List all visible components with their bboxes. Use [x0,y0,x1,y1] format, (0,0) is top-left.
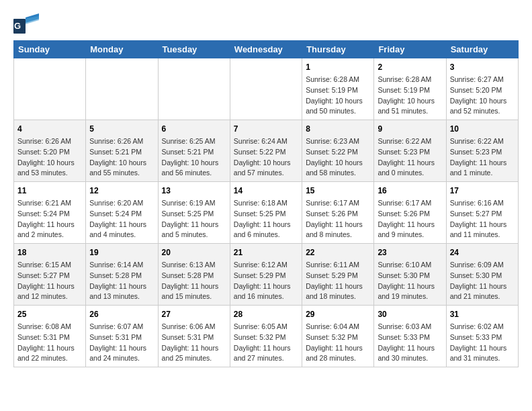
day-info: Sunrise: 6:24 AM Sunset: 5:22 PM Dayligh… [234,136,298,179]
day-info: Sunrise: 6:13 AM Sunset: 5:28 PM Dayligh… [162,260,226,302]
calendar-week-row: 1Sunrise: 6:28 AM Sunset: 5:19 PM Daylig… [14,58,519,120]
day-number: 5 [89,123,154,135]
weekday-header: Monday [86,41,158,58]
calendar-day-cell [230,58,302,120]
calendar-day-cell: 28Sunrise: 6:05 AM Sunset: 5:32 PM Dayli… [230,306,302,367]
calendar-day-cell: 1Sunrise: 6:28 AM Sunset: 5:19 PM Daylig… [302,58,374,120]
weekday-header: Saturday [446,41,518,58]
day-info: Sunrise: 6:22 AM Sunset: 5:23 PM Dayligh… [450,136,515,179]
calendar-day-cell: 22Sunrise: 6:11 AM Sunset: 5:29 PM Dayli… [302,244,374,306]
day-info: Sunrise: 6:27 AM Sunset: 5:20 PM Dayligh… [450,75,515,117]
day-info: Sunrise: 6:04 AM Sunset: 5:32 PM Dayligh… [306,322,370,364]
day-number: 23 [378,246,442,259]
day-number: 31 [450,308,515,320]
weekday-header: Thursday [302,41,374,58]
day-number: 2 [378,61,442,73]
calendar-day-cell: 31Sunrise: 6:02 AM Sunset: 5:33 PM Dayli… [446,306,518,367]
calendar-day-cell: 29Sunrise: 6:04 AM Sunset: 5:32 PM Dayli… [302,306,374,367]
calendar-day-cell: 4Sunrise: 6:26 AM Sunset: 5:20 PM Daylig… [14,120,86,182]
calendar-day-cell: 20Sunrise: 6:13 AM Sunset: 5:28 PM Dayli… [158,244,230,306]
day-info: Sunrise: 6:03 AM Sunset: 5:33 PM Dayligh… [378,322,442,364]
calendar-day-cell: 8Sunrise: 6:23 AM Sunset: 5:22 PM Daylig… [302,120,374,182]
day-number: 28 [234,308,298,320]
day-info: Sunrise: 6:07 AM Sunset: 5:31 PM Dayligh… [89,322,154,364]
calendar-day-cell: 21Sunrise: 6:12 AM Sunset: 5:29 PM Dayli… [230,244,302,306]
calendar-day-cell: 7Sunrise: 6:24 AM Sunset: 5:22 PM Daylig… [230,120,302,182]
day-number: 1 [306,61,370,73]
calendar-week-row: 4Sunrise: 6:26 AM Sunset: 5:20 PM Daylig… [14,120,519,182]
day-info: Sunrise: 6:22 AM Sunset: 5:23 PM Dayligh… [378,136,442,179]
day-number: 7 [234,123,298,135]
day-number: 10 [450,123,515,135]
day-number: 30 [378,308,442,320]
day-number: 29 [306,308,370,320]
day-info: Sunrise: 6:18 AM Sunset: 5:25 PM Dayligh… [234,198,298,240]
logo: G [13,13,42,34]
calendar-day-cell [86,58,158,120]
day-number: 27 [162,308,226,320]
day-number: 21 [234,246,298,259]
day-info: Sunrise: 6:17 AM Sunset: 5:26 PM Dayligh… [306,198,370,240]
day-info: Sunrise: 6:02 AM Sunset: 5:33 PM Dayligh… [450,322,515,364]
day-info: Sunrise: 6:16 AM Sunset: 5:27 PM Dayligh… [450,198,515,240]
day-info: Sunrise: 6:15 AM Sunset: 5:27 PM Dayligh… [17,260,82,302]
day-number: 24 [450,246,515,259]
day-number: 12 [89,185,154,197]
calendar-day-cell: 23Sunrise: 6:10 AM Sunset: 5:30 PM Dayli… [374,244,446,306]
day-number: 11 [17,185,82,197]
calendar-day-cell: 9Sunrise: 6:22 AM Sunset: 5:23 PM Daylig… [374,120,446,182]
calendar-day-cell: 26Sunrise: 6:07 AM Sunset: 5:31 PM Dayli… [86,306,158,367]
calendar-day-cell: 5Sunrise: 6:26 AM Sunset: 5:21 PM Daylig… [86,120,158,182]
calendar-day-cell: 13Sunrise: 6:19 AM Sunset: 5:25 PM Dayli… [158,182,230,244]
logo-icon: G [13,13,39,34]
day-number: 16 [378,185,442,197]
day-number: 18 [17,246,82,259]
day-info: Sunrise: 6:26 AM Sunset: 5:21 PM Dayligh… [89,136,154,179]
calendar-day-cell: 24Sunrise: 6:09 AM Sunset: 5:30 PM Dayli… [446,244,518,306]
day-info: Sunrise: 6:19 AM Sunset: 5:25 PM Dayligh… [162,198,226,240]
day-number: 6 [162,123,226,135]
calendar-day-cell: 17Sunrise: 6:16 AM Sunset: 5:27 PM Dayli… [446,182,518,244]
day-number: 25 [17,308,82,320]
weekday-header: Wednesday [230,41,302,58]
day-info: Sunrise: 6:14 AM Sunset: 5:28 PM Dayligh… [89,260,154,302]
day-number: 9 [378,123,442,135]
calendar-day-cell: 3Sunrise: 6:27 AM Sunset: 5:20 PM Daylig… [446,58,518,120]
day-info: Sunrise: 6:10 AM Sunset: 5:30 PM Dayligh… [378,260,442,302]
page-header: G [13,13,519,34]
calendar-day-cell: 12Sunrise: 6:20 AM Sunset: 5:24 PM Dayli… [86,182,158,244]
day-number: 3 [450,61,515,73]
day-info: Sunrise: 6:23 AM Sunset: 5:22 PM Dayligh… [306,136,370,179]
day-number: 26 [89,308,154,320]
calendar-day-cell [14,58,86,120]
calendar-day-cell: 30Sunrise: 6:03 AM Sunset: 5:33 PM Dayli… [374,306,446,367]
day-info: Sunrise: 6:05 AM Sunset: 5:32 PM Dayligh… [234,322,298,364]
day-info: Sunrise: 6:28 AM Sunset: 5:19 PM Dayligh… [378,75,442,117]
calendar-day-cell: 16Sunrise: 6:17 AM Sunset: 5:26 PM Dayli… [374,182,446,244]
day-number: 14 [234,185,298,197]
calendar-table: SundayMondayTuesdayWednesdayThursdayFrid… [13,40,519,367]
day-info: Sunrise: 6:25 AM Sunset: 5:21 PM Dayligh… [162,136,226,179]
day-number: 22 [306,246,370,259]
calendar-day-cell: 2Sunrise: 6:28 AM Sunset: 5:19 PM Daylig… [374,58,446,120]
calendar-day-cell: 10Sunrise: 6:22 AM Sunset: 5:23 PM Dayli… [446,120,518,182]
calendar-day-cell: 11Sunrise: 6:21 AM Sunset: 5:24 PM Dayli… [14,182,86,244]
weekday-header: Friday [374,41,446,58]
day-info: Sunrise: 6:26 AM Sunset: 5:20 PM Dayligh… [17,136,82,179]
weekday-header: Tuesday [158,41,230,58]
day-info: Sunrise: 6:12 AM Sunset: 5:29 PM Dayligh… [234,260,298,302]
day-number: 17 [450,185,515,197]
calendar-week-row: 25Sunrise: 6:08 AM Sunset: 5:31 PM Dayli… [14,306,519,367]
calendar-day-cell: 19Sunrise: 6:14 AM Sunset: 5:28 PM Dayli… [86,244,158,306]
calendar-day-cell [158,58,230,120]
calendar-day-cell: 15Sunrise: 6:17 AM Sunset: 5:26 PM Dayli… [302,182,374,244]
day-info: Sunrise: 6:21 AM Sunset: 5:24 PM Dayligh… [17,198,82,240]
day-info: Sunrise: 6:09 AM Sunset: 5:30 PM Dayligh… [450,260,515,302]
calendar-day-cell: 6Sunrise: 6:25 AM Sunset: 5:21 PM Daylig… [158,120,230,182]
day-number: 19 [89,246,154,259]
day-info: Sunrise: 6:28 AM Sunset: 5:19 PM Dayligh… [306,75,370,117]
day-number: 4 [17,123,82,135]
day-number: 8 [306,123,370,135]
calendar-day-cell: 14Sunrise: 6:18 AM Sunset: 5:25 PM Dayli… [230,182,302,244]
calendar-day-cell: 25Sunrise: 6:08 AM Sunset: 5:31 PM Dayli… [14,306,86,367]
